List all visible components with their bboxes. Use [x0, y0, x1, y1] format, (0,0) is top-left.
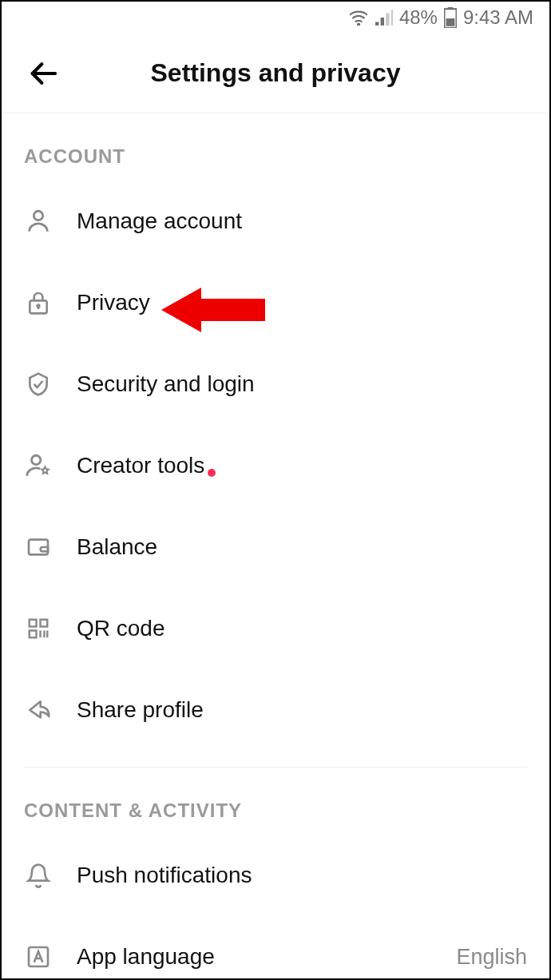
- section-header-account: ACCOUNT: [24, 113, 527, 181]
- qr-code-icon: [24, 614, 53, 643]
- status-bar: 48% 9:43 AM: [2, 2, 549, 34]
- menu-item-manage-account[interactable]: Manage account: [24, 181, 527, 262]
- menu-label: Balance: [77, 534, 157, 560]
- menu-label: Security and login: [77, 371, 255, 397]
- person-icon: [24, 207, 53, 236]
- language-value: English: [456, 945, 527, 970]
- svg-rect-16: [41, 620, 48, 627]
- menu-label: Share profile: [77, 697, 204, 723]
- svg-rect-15: [30, 620, 37, 627]
- wifi-icon: [348, 10, 369, 26]
- menu-item-share-profile[interactable]: Share profile: [24, 669, 527, 751]
- bell-icon: [24, 861, 53, 890]
- section-header-content: CONTENT & ACTIVITY: [24, 768, 527, 835]
- back-button[interactable]: [26, 56, 61, 91]
- menu-item-app-language[interactable]: App language English: [24, 916, 527, 980]
- battery-icon: [444, 7, 457, 28]
- language-icon: [24, 942, 53, 971]
- menu-label: Manage account: [77, 208, 242, 234]
- svg-point-0: [358, 24, 359, 26]
- svg-point-11: [38, 305, 40, 307]
- menu-item-push-notifications[interactable]: Push notifications: [24, 835, 527, 916]
- lock-icon: [24, 288, 53, 317]
- svg-rect-17: [30, 631, 37, 638]
- svg-rect-4: [391, 10, 393, 26]
- svg-rect-7: [446, 18, 455, 26]
- status-time: 9:43 AM: [463, 6, 533, 29]
- svg-rect-1: [375, 22, 379, 26]
- svg-rect-3: [386, 14, 389, 26]
- share-icon: [24, 696, 53, 724]
- svg-point-13: [32, 455, 41, 464]
- signal-icon: [375, 10, 393, 26]
- svg-rect-2: [380, 18, 383, 26]
- menu-item-qr-code[interactable]: QR code: [24, 588, 527, 669]
- menu-item-balance[interactable]: Balance: [24, 506, 527, 588]
- person-star-icon: [24, 451, 53, 480]
- menu-item-creator-tools[interactable]: Creator tools: [24, 425, 527, 506]
- notification-dot-icon: [208, 469, 216, 477]
- menu-item-privacy[interactable]: Privacy: [24, 262, 527, 343]
- section-content-activity: CONTENT & ACTIVITY Push notifications Ap…: [2, 768, 549, 980]
- page-title: Settings and privacy: [2, 58, 549, 88]
- back-arrow-icon: [27, 58, 59, 89]
- menu-label: Push notifications: [77, 863, 252, 888]
- shield-icon: [24, 370, 53, 399]
- menu-label: Privacy: [77, 290, 150, 315]
- battery-percent: 48%: [399, 6, 438, 29]
- menu-label: QR code: [77, 616, 165, 641]
- wallet-icon: [24, 533, 53, 561]
- menu-item-security-login[interactable]: Security and login: [24, 343, 527, 425]
- svg-point-9: [34, 211, 42, 220]
- header: Settings and privacy: [2, 34, 549, 113]
- section-account: ACCOUNT Manage account Privacy: [2, 113, 549, 768]
- menu-label: App language: [77, 944, 215, 970]
- menu-label: Creator tools: [77, 453, 204, 478]
